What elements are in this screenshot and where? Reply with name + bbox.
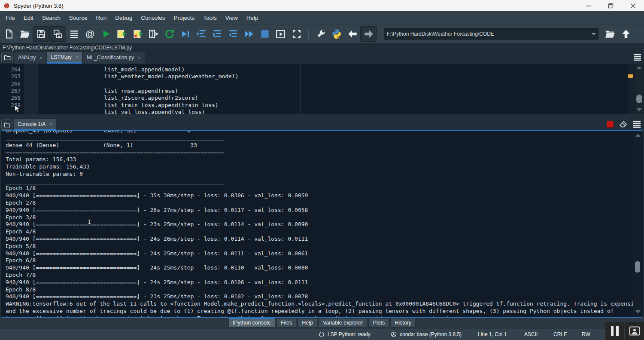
code-editor[interactable]: 264 list_model.append(model) 265 list_we…	[0, 64, 644, 114]
tab-variable-explorer[interactable]: Variable explorer	[319, 318, 368, 328]
scroll-up-icon[interactable]	[637, 66, 642, 69]
editor-scrollbar[interactable]	[634, 64, 644, 114]
run-cell-button[interactable]	[114, 27, 130, 41]
interrupt-kernel-button[interactable]	[607, 121, 614, 128]
code-text: list_r2score.append(r2score)	[21, 95, 198, 101]
scroll-flag-area	[628, 64, 634, 114]
editor-scrollbar-thumb[interactable]	[636, 95, 642, 103]
run-selection-icon	[148, 28, 159, 40]
tab-history[interactable]: History	[390, 318, 416, 328]
code-line: 264 list_model.append(model)	[0, 66, 239, 73]
open-dir-icon	[605, 28, 616, 40]
step-over-button[interactable]	[193, 27, 209, 41]
run-cell-advance-button[interactable]	[130, 27, 146, 41]
console-tab-bar: Console 1/A ×	[0, 119, 644, 130]
scroll-up-icon[interactable]	[635, 134, 641, 137]
pause-icon	[611, 326, 619, 336]
symbol-finder-button[interactable]: @	[82, 27, 98, 41]
debug-fastforward-button[interactable]	[241, 27, 257, 41]
plugin-tab-bar: IPython console Files Help Variable expl…	[0, 317, 644, 329]
menu-view[interactable]: View	[221, 15, 242, 21]
menu-file[interactable]: File	[1, 15, 19, 21]
picture-in-picture-button[interactable]	[625, 322, 644, 340]
working-directory-box	[384, 28, 596, 40]
debug-stop-button[interactable]	[257, 27, 273, 41]
tab-plots[interactable]: Plots	[368, 318, 389, 328]
console-scrollbar-thumb[interactable]	[635, 261, 640, 273]
step-over-icon	[196, 28, 207, 40]
scroll-down-icon[interactable]	[635, 310, 641, 313]
menu-search[interactable]: Search	[38, 15, 65, 21]
navigate-back-button[interactable]	[344, 27, 360, 41]
tab-console-1a[interactable]: Console 1/A ×	[14, 119, 56, 130]
browse-directory-button[interactable]	[602, 27, 618, 41]
run-selection-button[interactable]	[146, 27, 161, 41]
tab-ann-py[interactable]: ANN.py ×	[14, 52, 46, 64]
tab-ipython-console[interactable]: IPython console	[228, 318, 275, 328]
fullscreen-icon	[292, 29, 302, 39]
menu-run[interactable]: Run	[92, 15, 111, 21]
menu-help[interactable]: Help	[242, 15, 263, 21]
save-all-icon	[53, 29, 63, 39]
tab-ml-classification-py[interactable]: ML_Classification.py ×	[83, 52, 144, 64]
menu-source[interactable]: Source	[65, 15, 92, 21]
console-line: Epoch 8/8	[6, 286, 641, 294]
close-tab-icon[interactable]: ×	[76, 55, 78, 60]
fullscreen-button[interactable]	[289, 27, 304, 41]
close-button[interactable]	[622, 0, 644, 11]
close-tab-icon[interactable]: ×	[49, 122, 52, 127]
remove-variables-button[interactable]	[619, 121, 628, 128]
save-button[interactable]	[33, 26, 49, 42]
editor-options-button[interactable]	[634, 54, 641, 62]
rerun-cell-button[interactable]	[161, 27, 177, 41]
console-options-button[interactable]	[633, 121, 641, 128]
code-line: 268 list_r2score.append(r2score)	[0, 94, 239, 101]
editor-browse-tabs-button[interactable]	[1, 52, 13, 63]
pause-button[interactable]	[605, 322, 624, 340]
console-line: Trainable params: 156,433	[6, 163, 641, 171]
mouse-cursor	[14, 104, 21, 114]
menu-debug[interactable]: Debug	[111, 15, 137, 21]
new-file-button[interactable]	[1, 27, 17, 41]
save-icon	[36, 29, 46, 39]
python-logo-icon	[331, 28, 342, 40]
permissions-status: RW	[582, 331, 590, 337]
parent-directory-button[interactable]	[618, 27, 634, 41]
preferences-button[interactable]	[313, 27, 328, 41]
menu-projects[interactable]: Projects	[169, 15, 199, 21]
open-file-button[interactable]	[17, 27, 33, 41]
close-tab-icon[interactable]: ×	[39, 55, 42, 60]
code-text: list_weather_model.append(weather_model)	[21, 73, 239, 80]
run-icon	[101, 29, 111, 39]
save-all-button[interactable]	[49, 26, 66, 42]
navigate-forward-button[interactable]	[360, 26, 377, 42]
tab-lstm-py[interactable]: LSTM.py ×	[47, 52, 82, 64]
step-return-button[interactable]	[225, 27, 241, 41]
working-directory-input[interactable]	[384, 28, 598, 40]
tab-files[interactable]: Files	[276, 318, 296, 328]
console-browse-tabs-button[interactable]	[1, 119, 12, 130]
code-line: list_val_loss.append(val_loss)	[0, 109, 239, 114]
console-scrollbar[interactable]	[633, 131, 642, 316]
maximize-pane-button[interactable]	[273, 27, 289, 41]
up-arrow-icon	[620, 28, 632, 40]
scroll-down-icon[interactable]	[637, 108, 642, 111]
close-tab-icon[interactable]: ×	[138, 55, 140, 60]
menu-tools[interactable]: Tools	[199, 15, 221, 21]
menu-edit[interactable]: Edit	[19, 15, 38, 21]
debug-file-button[interactable]	[177, 27, 193, 41]
chevron-down-icon[interactable]	[592, 33, 596, 35]
status-bar: LSP Python: ready conda: base (Python 3.…	[0, 329, 644, 340]
toolbar-separator	[308, 29, 309, 39]
tab-label: LSTM.py	[51, 54, 72, 60]
step-into-button[interactable]	[209, 27, 225, 41]
menu-consoles[interactable]: Consoles	[137, 15, 169, 21]
python-path-button[interactable]	[328, 27, 344, 41]
wrench-icon	[316, 29, 326, 39]
tab-help[interactable]: Help	[298, 318, 317, 328]
restore-button[interactable]	[599, 0, 622, 11]
ipython-console-output[interactable]: dropout_43 (Dropout) (None, 32) 0 ______…	[1, 130, 643, 318]
run-file-button[interactable]	[98, 27, 114, 41]
minimize-button[interactable]	[577, 0, 599, 11]
file-switcher-button[interactable]	[66, 27, 82, 41]
